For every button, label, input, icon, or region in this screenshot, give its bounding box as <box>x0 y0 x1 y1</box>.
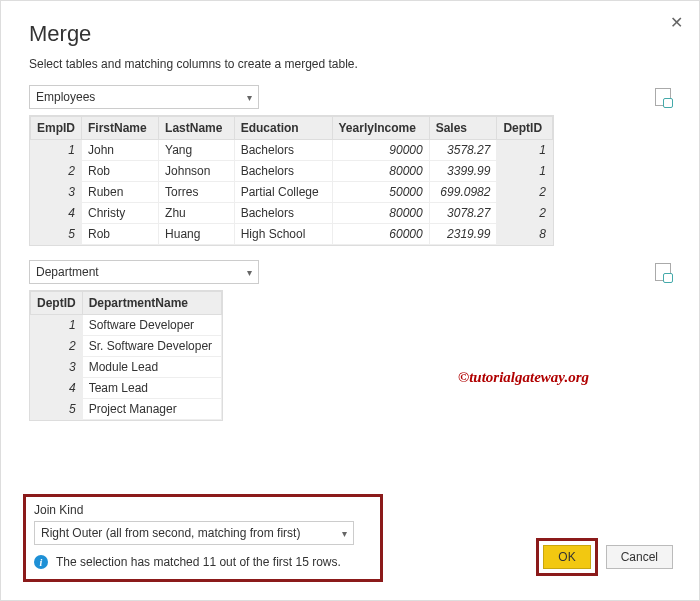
chevron-down-icon: ▾ <box>342 528 347 539</box>
table-row[interactable]: 2Sr. Software Developer <box>31 336 222 357</box>
table-row[interactable]: 5RobHuangHigh School600002319.998 <box>31 224 553 245</box>
col-departmentname[interactable]: DepartmentName <box>82 292 221 315</box>
join-kind-select[interactable]: Right Outer (all from second, matching f… <box>34 521 354 545</box>
table2-select-label: Department <box>36 265 99 279</box>
table1-grid: EmpID FirstName LastName Education Yearl… <box>29 115 554 246</box>
chevron-down-icon: ▾ <box>247 267 252 278</box>
col-deptid[interactable]: DeptID <box>497 117 553 140</box>
dialog-title: Merge <box>29 21 671 47</box>
col-sales[interactable]: Sales <box>429 117 497 140</box>
table-row[interactable]: 2RobJohnsonBachelors800003399.991 <box>31 161 553 182</box>
table-row[interactable]: 3RubenTorresPartial College50000699.0982… <box>31 182 553 203</box>
match-info-text: The selection has matched 11 out of the … <box>56 555 341 569</box>
chevron-down-icon: ▾ <box>247 92 252 103</box>
col-lastname[interactable]: LastName <box>159 117 235 140</box>
dialog-footer: OK Cancel <box>536 538 673 576</box>
table2-grid: DeptID DepartmentName 1Software Develope… <box>29 290 223 421</box>
table-row[interactable]: 1JohnYangBachelors900003578.271 <box>31 140 553 161</box>
info-icon: i <box>34 555 48 569</box>
col-empid[interactable]: EmpID <box>31 117 82 140</box>
close-icon[interactable]: ✕ <box>670 13 683 32</box>
ok-button[interactable]: OK <box>543 545 590 569</box>
table-row[interactable]: 4Team Lead <box>31 378 222 399</box>
col-education[interactable]: Education <box>234 117 332 140</box>
table-row[interactable]: 3Module Lead <box>31 357 222 378</box>
dialog-subtitle: Select tables and matching columns to cr… <box>29 57 671 71</box>
new-sheet-icon[interactable] <box>655 88 671 106</box>
join-kind-label: Join Kind <box>34 503 372 517</box>
col-deptid[interactable]: DeptID <box>31 292 83 315</box>
table-row[interactable]: 1Software Developer <box>31 315 222 336</box>
table-row[interactable]: 4ChristyZhuBachelors800003078.272 <box>31 203 553 224</box>
table2-select[interactable]: Department ▾ <box>29 260 259 284</box>
table1-select[interactable]: Employees ▾ <box>29 85 259 109</box>
merge-dialog: ✕ Merge Select tables and matching colum… <box>0 0 700 601</box>
cancel-button[interactable]: Cancel <box>606 545 673 569</box>
table1-select-label: Employees <box>36 90 95 104</box>
new-sheet-icon[interactable] <box>655 263 671 281</box>
col-firstname[interactable]: FirstName <box>82 117 159 140</box>
join-kind-value: Right Outer (all from second, matching f… <box>41 526 300 540</box>
col-yearlyincome[interactable]: YearlyIncome <box>332 117 429 140</box>
join-kind-callout: Join Kind Right Outer (all from second, … <box>23 494 383 582</box>
watermark-text: ©tutorialgateway.org <box>458 369 589 386</box>
table-row[interactable]: 5Project Manager <box>31 399 222 420</box>
ok-callout: OK <box>536 538 597 576</box>
